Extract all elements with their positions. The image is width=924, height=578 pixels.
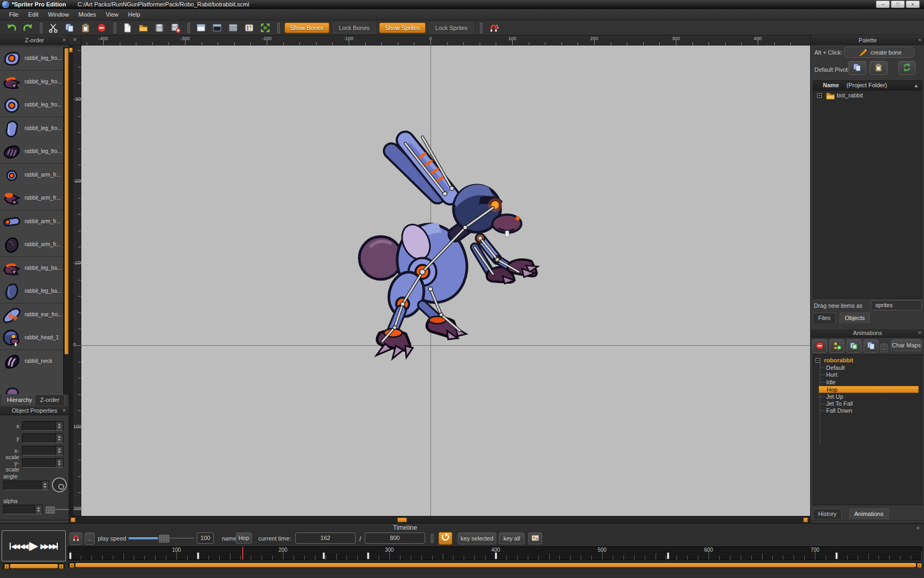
skip-to-start-button[interactable]: ◀◀ bbox=[9, 542, 19, 550]
play-speed-slider-fill[interactable] bbox=[128, 537, 158, 539]
alpha-slider-handle[interactable] bbox=[45, 506, 55, 514]
expand-plus-icon[interactable]: + bbox=[817, 93, 822, 98]
play-speed-slider-track[interactable] bbox=[170, 538, 194, 538]
color-palette-icon[interactable] bbox=[243, 22, 256, 34]
robo-rabbit-sprite[interactable] bbox=[342, 128, 545, 369]
title-bar[interactable]: *Spriter Pro Edition C:/Art Packs/RunNGu… bbox=[0, 0, 924, 9]
y-scale-spinner[interactable] bbox=[56, 459, 63, 467]
play-button[interactable]: ▶ bbox=[29, 539, 38, 553]
maximize-button[interactable]: □ bbox=[891, 1, 905, 8]
animation-idle[interactable]: Idle bbox=[826, 379, 836, 386]
y-input[interactable] bbox=[22, 434, 64, 443]
keyframe-marker[interactable] bbox=[197, 552, 199, 559]
animation-root-label[interactable]: roborabbit bbox=[824, 357, 853, 363]
save-as-icon[interactable] bbox=[169, 22, 182, 34]
canvas-vertical-scrollbar[interactable] bbox=[69, 45, 73, 516]
window-dark-icon[interactable] bbox=[211, 22, 224, 34]
lock-bones-button[interactable]: Lock Bones bbox=[333, 22, 375, 33]
x-input[interactable] bbox=[22, 421, 64, 431]
total-time-input[interactable]: 800 bbox=[365, 533, 425, 544]
play-speed-value[interactable]: 100 bbox=[197, 533, 214, 544]
snap-magnet-icon[interactable] bbox=[487, 22, 500, 34]
current-time-input[interactable]: 162 bbox=[295, 533, 356, 544]
keyframe-marker[interactable] bbox=[322, 552, 325, 559]
alpha-spinner[interactable] bbox=[35, 505, 42, 514]
window-normal-icon[interactable] bbox=[195, 22, 207, 34]
canvas-horizontal-scrollbar[interactable] bbox=[69, 516, 810, 523]
zorder-item[interactable]: rabbit_leg_fro... bbox=[0, 140, 63, 164]
zorder-scrollbar[interactable] bbox=[63, 47, 69, 394]
zorder-item[interactable]: rabbit_neck bbox=[0, 350, 63, 374]
zorder-item[interactable]: rabbit_arm_fr... bbox=[0, 164, 63, 187]
menu-window[interactable]: Window bbox=[43, 10, 74, 19]
keyframe-options-button[interactable] bbox=[528, 533, 542, 544]
keyframe-marker[interactable] bbox=[835, 552, 838, 559]
keyframe-marker[interactable] bbox=[367, 552, 369, 559]
close-button[interactable]: × bbox=[906, 1, 920, 8]
x-scale-spinner[interactable] bbox=[56, 446, 63, 455]
drag-new-items-dropdown[interactable]: sprites bbox=[871, 300, 922, 310]
animations-close-icon[interactable]: ✕ bbox=[917, 330, 922, 336]
tab-z-order[interactable]: Z-order bbox=[35, 394, 65, 405]
zorder-item[interactable]: rabbit_arm_fr... bbox=[0, 210, 63, 234]
playback-scrollbar[interactable] bbox=[3, 563, 65, 569]
expand-view-icon[interactable] bbox=[259, 22, 272, 34]
timeline-scrollbar[interactable] bbox=[68, 562, 922, 568]
refresh-pivot-button[interactable] bbox=[898, 61, 915, 75]
timeline-ruler[interactable]: 100200300400500600700 bbox=[68, 546, 922, 560]
rewind-button[interactable]: ◀◀ bbox=[20, 542, 27, 550]
y-spinner[interactable] bbox=[56, 434, 63, 443]
tab-hierarchy[interactable]: Hierarchy bbox=[2, 394, 37, 405]
fast-forward-button[interactable]: ▶▶ bbox=[40, 542, 48, 550]
create-bone-button[interactable]: create bone bbox=[844, 47, 914, 58]
animation-jet-up[interactable]: Jet Up bbox=[826, 393, 843, 400]
copy-animation-button[interactable] bbox=[864, 339, 879, 353]
menu-edit[interactable]: Edit bbox=[24, 10, 43, 19]
tab-animations[interactable]: Animations bbox=[849, 508, 889, 519]
zorder-item[interactable]: rabbit_head_1 bbox=[0, 326, 63, 350]
zorder-item[interactable]: rabbit_ear_fro... bbox=[0, 303, 63, 327]
zorder-item[interactable] bbox=[0, 373, 63, 394]
zorder-item[interactable]: rabbit_leg_ba... bbox=[0, 280, 63, 303]
canvas-hscroll-left-handle[interactable] bbox=[71, 518, 75, 522]
zorder-item[interactable]: rabbit_leg_ba... bbox=[0, 257, 63, 280]
copy-icon[interactable] bbox=[63, 22, 76, 34]
keyframe-marker[interactable] bbox=[667, 552, 669, 559]
new-file-icon[interactable] bbox=[121, 22, 134, 34]
key-selected-button[interactable]: key selected bbox=[458, 533, 496, 544]
x-scale-input[interactable] bbox=[22, 446, 64, 455]
cut-icon[interactable] bbox=[47, 22, 60, 34]
zorder-item[interactable]: rabbit_leg_fro... bbox=[0, 117, 63, 141]
menu-modes[interactable]: Modes bbox=[74, 10, 101, 19]
zorder-item[interactable]: rabbit_arm_fr... bbox=[0, 233, 63, 257]
menu-view[interactable]: View bbox=[101, 10, 124, 19]
y-scale-input[interactable] bbox=[22, 458, 64, 468]
paste-pivot-button[interactable] bbox=[869, 61, 888, 75]
angle-dial[interactable] bbox=[52, 477, 67, 492]
playback-scroll-thumb[interactable] bbox=[10, 564, 58, 568]
show-sprites-button[interactable]: Show Sprites bbox=[379, 22, 426, 33]
object-properties-close-icon[interactable]: ✕ bbox=[61, 408, 67, 413]
files-tree-header[interactable]: Name (Project Folder) ▴ bbox=[813, 81, 922, 90]
zorder-item[interactable]: rabbit_leg_fro... bbox=[0, 94, 63, 117]
collapse-minus-icon[interactable]: − bbox=[815, 358, 820, 363]
canvas-viewport[interactable] bbox=[81, 45, 810, 516]
save-icon[interactable] bbox=[153, 22, 166, 34]
tab-objects[interactable]: Objects bbox=[840, 313, 870, 323]
keyframe-marker[interactable] bbox=[495, 552, 497, 559]
tab-history[interactable]: History bbox=[813, 508, 842, 519]
x-spinner[interactable] bbox=[56, 422, 63, 430]
keyframe-marker[interactable] bbox=[69, 552, 72, 559]
paste-icon[interactable] bbox=[79, 22, 92, 34]
animation-hurt[interactable]: Hurt bbox=[826, 371, 837, 378]
canvas-vscroll-thumb[interactable] bbox=[69, 48, 73, 52]
timeline-close-icon[interactable]: ✕ bbox=[915, 526, 921, 531]
alpha-input[interactable] bbox=[3, 505, 43, 514]
lock-sprites-button[interactable]: Lock Sprites bbox=[429, 22, 474, 33]
animation-more-button[interactable]: ... bbox=[880, 344, 888, 352]
timeline-more-button[interactable]: ... bbox=[84, 533, 95, 545]
angle-spinner[interactable] bbox=[41, 481, 49, 490]
undo-icon[interactable] bbox=[5, 22, 18, 34]
palette-close-icon[interactable]: ✕ bbox=[917, 37, 922, 43]
animation-fall-down[interactable]: Fall Down bbox=[826, 407, 852, 414]
